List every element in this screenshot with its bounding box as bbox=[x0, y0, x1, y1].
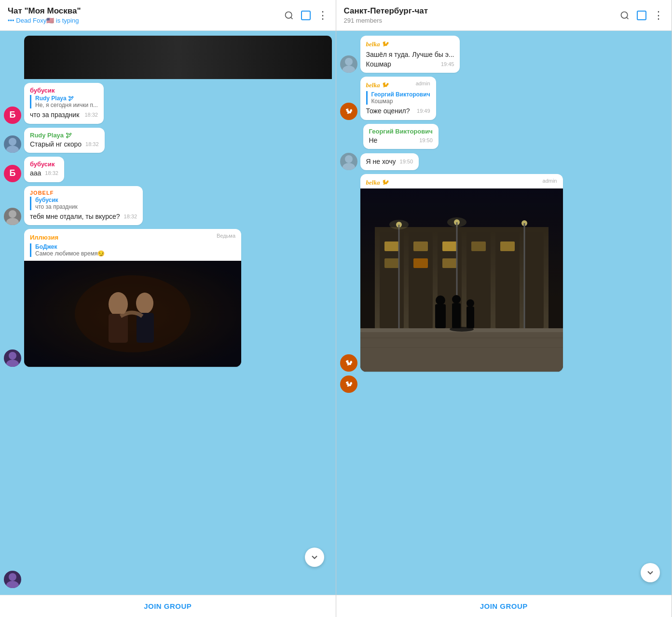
avatar: 🐿 bbox=[340, 376, 357, 393]
svg-point-20 bbox=[343, 66, 355, 73]
left-chat-header: Чат "Моя Москва" ••• Dead Foxy🇺🇸 is typi… bbox=[0, 0, 336, 31]
table-row: Иллюзия Ведьма БоДжек Самое любимое врем… bbox=[4, 229, 332, 367]
reply-author: Георгий Викторович bbox=[371, 91, 430, 98]
right-search-icon[interactable] bbox=[619, 10, 630, 21]
reply-bar: Георгий Викторович Кошмар bbox=[366, 91, 430, 105]
message-time: 18:32 bbox=[45, 170, 58, 177]
svg-point-16 bbox=[6, 581, 19, 588]
right-chat-header: Санкт-Петербург-чат 291 members ⋮ bbox=[336, 0, 672, 31]
scroll-down-button[interactable] bbox=[305, 548, 324, 567]
right-header-info: Санкт-Петербург-чат 291 members bbox=[344, 6, 620, 24]
svg-point-0 bbox=[285, 12, 291, 18]
message-bubble: Георгий Викторович Не 19:50 bbox=[363, 124, 439, 149]
reply-author: БоДжек bbox=[35, 243, 235, 250]
left-chat-panel: Чат "Моя Москва" ••• Dead Foxy🇺🇸 is typi… bbox=[0, 0, 336, 617]
svg-rect-58 bbox=[360, 188, 563, 372]
admin-badge: admin bbox=[416, 80, 430, 86]
table-row: Я не хочу 19:50 bbox=[340, 153, 668, 170]
avatar bbox=[4, 208, 21, 225]
reply-text: что за праздник bbox=[35, 203, 137, 210]
left-more-icon[interactable]: ⋮ bbox=[317, 10, 328, 21]
message-time: 19:50 bbox=[419, 137, 433, 144]
film-image bbox=[24, 261, 241, 367]
svg-line-1 bbox=[290, 17, 292, 19]
table-row: Б бубусик ааа 18:32 bbox=[4, 157, 332, 182]
right-more-icon[interactable]: ⋮ bbox=[653, 10, 664, 21]
message-text: Тоже оценил? 19:49 bbox=[366, 107, 430, 116]
top-image-strip bbox=[24, 36, 332, 79]
sender-name: бубусик bbox=[30, 87, 98, 94]
avatar: 🐿 bbox=[340, 103, 357, 120]
role-badge: Ведьма bbox=[217, 233, 235, 239]
sender-name: Георгий Викторович bbox=[369, 128, 433, 135]
message-text: тебя мне отдали, ты вкурсе? 18:32 bbox=[30, 212, 137, 222]
svg-point-17 bbox=[621, 12, 628, 18]
avatar: 🐿 bbox=[340, 354, 357, 372]
left-search-icon[interactable] bbox=[284, 10, 294, 21]
sender-name: belka 🐿 bbox=[366, 81, 388, 89]
image-header: belka 🐿 admin bbox=[360, 174, 563, 188]
bottom-avatars bbox=[4, 571, 332, 590]
right-messages-area: belka 🐿 Зашёл я туда. Лучше бы э... Кошм… bbox=[336, 31, 672, 595]
avatar: Б bbox=[4, 107, 21, 124]
sender-name: бубусик bbox=[30, 161, 58, 168]
svg-point-4 bbox=[9, 210, 16, 218]
svg-line-18 bbox=[627, 17, 629, 19]
right-chat-footer: JOIN GROUP bbox=[336, 595, 672, 617]
message-bubble: belka 🐿 admin Георгий Викторович Кошмар … bbox=[360, 77, 436, 120]
message-bubble: JOBELF бубусик что за праздник тебя мне … bbox=[24, 186, 143, 226]
message-bubble: бубусик ааа 18:32 bbox=[24, 157, 64, 182]
left-split-view-icon[interactable] bbox=[301, 11, 311, 20]
message-text: Не 19:50 bbox=[369, 136, 433, 146]
message-time: 18:32 bbox=[85, 141, 99, 148]
message-time: 19:50 bbox=[400, 158, 413, 165]
message-time: 18:32 bbox=[124, 213, 137, 220]
right-header-icons: ⋮ bbox=[619, 10, 664, 21]
table-row: Б бубусик Rudy Playa 🕊 Не, я сегодня иич… bbox=[4, 83, 332, 124]
svg-point-6 bbox=[9, 352, 16, 360]
avatar: Б bbox=[4, 165, 21, 182]
svg-point-15 bbox=[9, 573, 16, 581]
image-bubble: Иллюзия Ведьма БоДжек Самое любимое врем… bbox=[24, 229, 241, 367]
left-chat-subtitle: ••• Dead Foxy🇺🇸 is typing bbox=[8, 17, 284, 24]
message-bubble: Я не хочу 19:50 bbox=[360, 153, 419, 171]
message-time: 19:49 bbox=[417, 107, 430, 115]
message-text: ааа 18:32 bbox=[30, 169, 58, 178]
message-time: 18:32 bbox=[84, 111, 98, 119]
reply-bar: Rudy Playa 🕊 Не, я сегодня иички п... bbox=[30, 95, 98, 108]
reply-text: Кошмар bbox=[371, 98, 430, 105]
message-text: что за праздник 18:32 bbox=[30, 110, 98, 120]
left-messages-area: Б бубусик Rudy Playa 🕊 Не, я сегодня иич… bbox=[0, 31, 336, 595]
right-chat-panel: Санкт-Петербург-чат 291 members ⋮ belka … bbox=[336, 0, 672, 617]
table-row: belka 🐿 Зашёл я туда. Лучше бы э... Кошм… bbox=[340, 36, 668, 73]
reply-text: Самое любимое время😏 bbox=[35, 250, 190, 257]
reply-author: Rudy Playa 🕊 bbox=[35, 95, 98, 102]
right-scroll-down-button[interactable] bbox=[641, 563, 660, 582]
right-chat-subtitle: 291 members bbox=[344, 17, 620, 24]
image-header: Иллюзия Ведьма БоДжек Самое любимое врем… bbox=[24, 229, 241, 261]
avatar bbox=[4, 571, 21, 588]
svg-point-3 bbox=[6, 146, 19, 153]
table-row: JOBELF бубусик что за праздник тебя мне … bbox=[4, 186, 332, 226]
svg-point-7 bbox=[6, 360, 19, 367]
avatar bbox=[4, 349, 21, 367]
sender-name: belka 🐿 bbox=[366, 179, 388, 186]
admin-badge: admin bbox=[543, 178, 557, 184]
reply-author: бубусик bbox=[35, 197, 137, 203]
left-header-icons: ⋮ bbox=[284, 10, 328, 21]
table-row: Георгий Викторович Не 19:50 bbox=[340, 124, 668, 149]
left-join-button[interactable]: JOIN GROUP bbox=[8, 602, 328, 610]
left-chat-footer: JOIN GROUP bbox=[0, 595, 336, 617]
reply-bar: БоДжек Самое любимое время😏 bbox=[30, 243, 235, 257]
message-text: Зашёл я туда. Лучше бы э... bbox=[366, 50, 454, 60]
right-split-view-icon[interactable] bbox=[637, 11, 646, 20]
sender-name: JOBELF bbox=[30, 190, 137, 196]
svg-point-21 bbox=[345, 155, 353, 163]
reply-bar: бубусик что за праздник bbox=[30, 197, 137, 210]
right-join-button[interactable]: JOIN GROUP bbox=[344, 602, 664, 610]
table-row: 🐿 belka 🐿 admin bbox=[340, 174, 668, 372]
table-row: Rudy Playa 🕊 Старый нг скоро 18:32 bbox=[4, 128, 332, 153]
message-bubble: Rudy Playa 🕊 Старый нг скоро 18:32 bbox=[24, 128, 105, 153]
sender-name: belka 🐿 bbox=[366, 40, 388, 48]
sender-name: Иллюзия bbox=[30, 234, 58, 241]
